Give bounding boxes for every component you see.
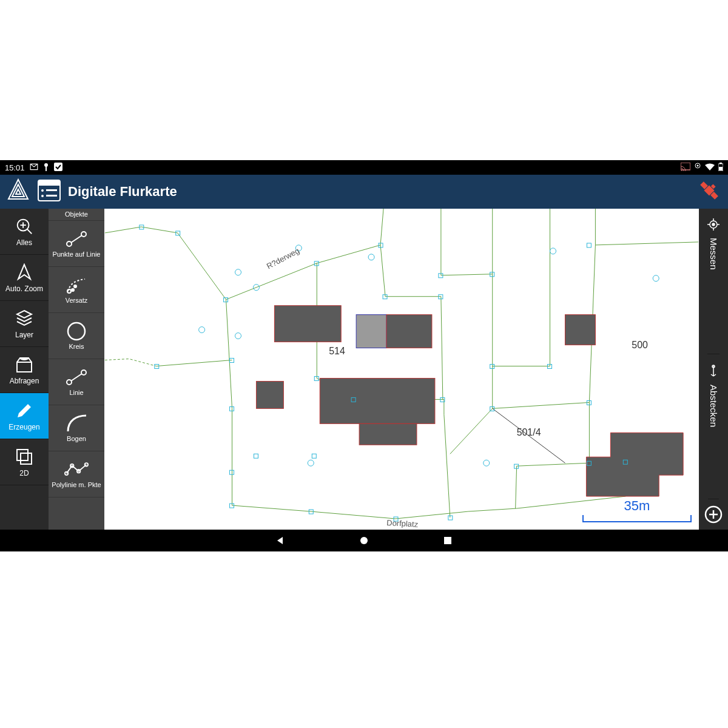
svg-point-77 xyxy=(235,269,241,275)
svg-rect-44 xyxy=(359,423,417,445)
svg-point-88 xyxy=(712,223,715,226)
status-bar: 15:01 xyxy=(0,160,728,175)
svg-point-11 xyxy=(41,189,44,192)
svg-line-20 xyxy=(27,229,32,234)
map-canvas[interactable]: 514 500 501/4 R?derweg Dorfplatz 35m xyxy=(104,209,699,530)
key-icon xyxy=(43,163,49,173)
svg-point-29 xyxy=(74,285,76,288)
scale-bar: 35m xyxy=(582,498,692,522)
cast-icon xyxy=(681,163,690,173)
svg-rect-43 xyxy=(320,378,435,423)
street-label-dorfplatz: Dorfplatz xyxy=(386,518,419,529)
street-label-roederweg: R?derweg xyxy=(265,246,301,271)
svg-rect-56 xyxy=(448,516,453,520)
mail-icon xyxy=(30,163,38,173)
stakeout-icon xyxy=(708,364,719,380)
svg-rect-41 xyxy=(386,315,432,348)
line-icon xyxy=(64,367,89,388)
wifi-icon xyxy=(705,163,715,172)
svg-rect-42 xyxy=(256,381,283,408)
status-time: 15:01 xyxy=(5,163,25,172)
svg-point-80 xyxy=(368,254,374,260)
sub-kreis[interactable]: Kreis xyxy=(49,313,104,359)
svg-rect-1 xyxy=(46,166,47,171)
scale-value: 35m xyxy=(624,498,650,514)
nav-arrow-icon xyxy=(15,263,34,282)
cadastral-map: 514 500 501/4 R?derweg Dorfplatz xyxy=(104,209,699,530)
tool-autozoom[interactable]: Auto. Zoom xyxy=(0,255,49,301)
sub-bogen[interactable]: Bogen xyxy=(49,405,104,451)
tool-abfragen[interactable]: Abfragen xyxy=(0,347,49,393)
svg-point-28 xyxy=(67,289,71,293)
svg-rect-76 xyxy=(155,365,159,369)
right-toolbar: Messen Abstecken xyxy=(699,209,728,530)
tab-messen[interactable]: Messen xyxy=(707,209,720,354)
battery-icon xyxy=(718,163,723,173)
tool-erzeugen[interactable]: Erzeugen xyxy=(0,393,49,439)
app-header: Digitale Flurkarte xyxy=(0,175,728,209)
offset-icon xyxy=(64,275,89,295)
svg-rect-40 xyxy=(356,315,386,348)
svg-point-82 xyxy=(484,460,490,466)
svg-rect-14 xyxy=(46,195,57,197)
page-title: Digitale Flurkarte xyxy=(68,184,177,200)
app-logo-icon[interactable] xyxy=(6,178,30,205)
android-navbar xyxy=(0,530,728,551)
svg-point-31 xyxy=(68,323,85,340)
svg-line-27 xyxy=(71,235,82,243)
satellite-icon[interactable] xyxy=(696,178,722,206)
svg-rect-10 xyxy=(38,180,60,186)
svg-point-85 xyxy=(235,333,241,339)
sub-punkte[interactable]: Punkte auf Linie xyxy=(49,221,104,267)
svg-point-5 xyxy=(697,164,699,166)
sub-objekte[interactable]: Objekte xyxy=(49,209,104,221)
svg-rect-74 xyxy=(254,454,258,458)
svg-point-86 xyxy=(199,327,205,333)
polyline-icon xyxy=(64,459,89,480)
svg-point-38 xyxy=(85,463,88,467)
sub-toolbar: Objekte Punkte auf Linie Versatz Kreis L… xyxy=(49,209,104,530)
svg-point-13 xyxy=(41,195,44,197)
add-button[interactable] xyxy=(704,499,723,530)
menu-list-icon[interactable] xyxy=(38,180,61,204)
sub-polylinie[interactable]: Polylinie m. Pkte xyxy=(49,451,104,497)
svg-rect-39 xyxy=(274,306,341,342)
app-window: { "statusbar": {"time": "15:01"}, "heade… xyxy=(0,160,728,551)
svg-rect-98 xyxy=(444,537,451,544)
nav-home-icon[interactable] xyxy=(359,535,369,546)
svg-point-83 xyxy=(550,248,556,254)
svg-point-84 xyxy=(653,275,659,281)
tab-abstecken[interactable]: Abstecken xyxy=(708,354,719,500)
points-on-line-icon xyxy=(64,229,89,249)
sub-versatz[interactable]: Versatz xyxy=(49,267,104,313)
parcel-label-500: 500 xyxy=(632,340,648,350)
svg-point-35 xyxy=(65,472,68,475)
svg-rect-23 xyxy=(17,450,28,460)
nav-recent-icon[interactable] xyxy=(442,535,453,546)
tool-layer[interactable]: Layer xyxy=(0,301,49,347)
svg-rect-45 xyxy=(565,315,595,345)
circle-icon xyxy=(64,321,89,342)
nav-back-icon[interactable] xyxy=(275,535,286,546)
svg-rect-24 xyxy=(21,453,32,464)
svg-rect-8 xyxy=(719,167,723,170)
svg-point-97 xyxy=(360,537,368,544)
left-toolbar: Alles Auto. Zoom Layer Abfragen Erzeugen… xyxy=(0,209,49,530)
target-icon xyxy=(707,218,720,233)
pencil-icon xyxy=(15,401,34,420)
svg-rect-7 xyxy=(720,163,722,164)
layers-icon xyxy=(15,309,34,328)
parcel-label-514: 514 xyxy=(329,346,345,356)
zoom-all-icon xyxy=(15,217,34,236)
location-icon xyxy=(694,163,701,173)
svg-point-81 xyxy=(308,460,314,466)
check-icon xyxy=(54,163,62,173)
arc-icon xyxy=(64,413,89,434)
svg-rect-12 xyxy=(46,189,57,191)
svg-rect-75 xyxy=(312,454,316,458)
svg-line-34 xyxy=(71,374,82,381)
svg-rect-2 xyxy=(54,163,62,171)
sub-linie[interactable]: Linie xyxy=(49,359,104,405)
tool-2d[interactable]: 2D xyxy=(0,439,49,485)
tool-alles[interactable]: Alles xyxy=(0,209,49,255)
